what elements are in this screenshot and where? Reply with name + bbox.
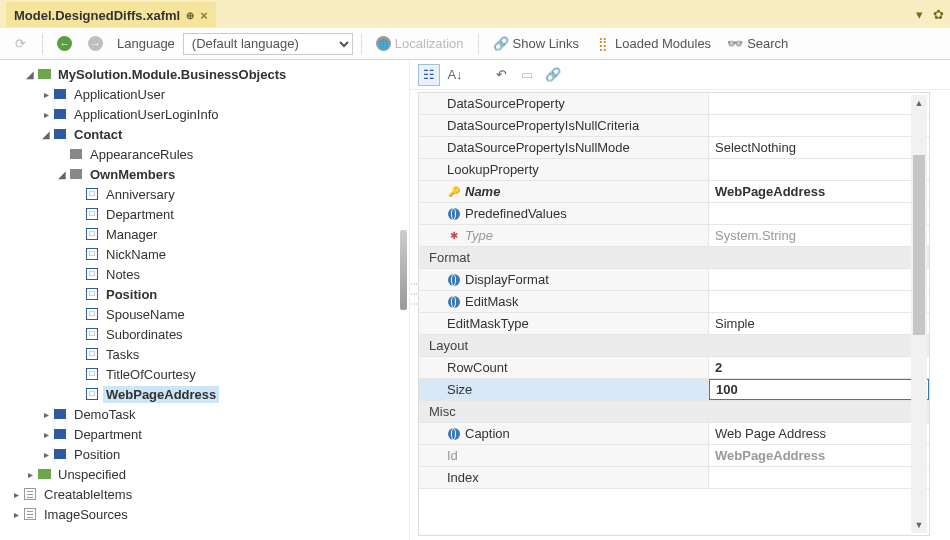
property-panel: ☷ A↓ ↶ ▭ 🔗 ⋮⋮⋮ DataSourceProperty DataSo… [410,60,950,540]
tab-filename: Model.DesignedDiffs.xafml [14,8,180,23]
member-icon: □ [84,267,100,281]
prop-name: DataSourceProperty [447,96,565,111]
close-icon[interactable]: × [200,8,208,23]
list-icon [22,487,38,501]
property-row[interactable]: EditMaskType Simple [419,313,929,335]
prop-value[interactable]: Simple [715,316,755,331]
prop-value[interactable]: System.String [715,228,796,243]
property-grid[interactable]: DataSourceProperty DataSourcePropertyIsN… [418,92,930,536]
property-row[interactable]: 🔑Name WebPageAddress [419,181,929,203]
prop-name: PredefinedValues [465,206,567,221]
globe-icon [447,273,461,287]
cube-icon [68,147,84,161]
search-button[interactable]: 👓Search [721,33,794,55]
member-icon: □ [84,387,100,401]
prop-name: EditMaskType [447,316,529,331]
prop-value[interactable]: 100 [716,382,738,397]
property-row[interactable]: Id WebPageAddress [419,445,929,467]
folder-icon [36,467,52,481]
prop-value[interactable]: WebPageAddress [715,184,825,199]
globe-icon [447,295,461,309]
prop-name: Index [447,470,479,485]
categorized-button[interactable]: ☷ [418,64,440,86]
property-row[interactable]: Size 100 [419,379,929,401]
category-label: Layout [429,338,468,353]
binoculars-icon: 👓 [727,36,743,52]
globe-icon [447,427,461,441]
undo-button[interactable]: ↶ [490,64,512,86]
prop-name: Id [447,448,458,463]
paste-button[interactable]: ▭ [516,64,538,86]
category-row[interactable]: Format▲ [419,247,929,269]
member-icon: □ [84,307,100,321]
member-icon: □ [84,347,100,361]
alphabetical-button[interactable]: A↓ [444,64,466,86]
prop-name: DisplayFormat [465,272,549,287]
member-icon: □ [84,227,100,241]
link-button[interactable]: 🔗 [542,64,564,86]
globe-icon [447,207,461,221]
member-icon: □ [84,327,100,341]
prop-name: Type [465,228,493,243]
localization-button[interactable]: 🌐Localization [370,33,470,54]
grid-scrollbar[interactable]: ▲ ▼ [911,95,927,533]
property-row[interactable]: EditMask [419,291,929,313]
category-label: Misc [429,404,456,419]
member-icon: □ [84,247,100,261]
prop-value[interactable]: SelectNothing [715,140,796,155]
titlebar: Model.DesignedDiffs.xafml ⊕ × ▾ ✿ [0,0,950,28]
prop-name: RowCount [447,360,508,375]
prop-value[interactable]: Web Page Address [715,426,826,441]
folder-icon [36,67,52,81]
property-row[interactable]: Caption Web Page Address [419,423,929,445]
category-row[interactable]: Misc▲ [419,401,929,423]
cube-icon [52,127,68,141]
forward-button[interactable]: → [82,33,109,54]
member-icon: □ [84,367,100,381]
prop-value[interactable]: 2 [715,360,722,375]
scroll-up-icon[interactable]: ▲ [911,95,927,111]
main-toolbar: ⟳ ← → Language (Default language) 🌐Local… [0,28,950,60]
language-select[interactable]: (Default language) [183,33,353,55]
show-links-button[interactable]: 🔗Show Links [487,33,585,55]
scroll-thumb[interactable] [913,155,925,335]
property-row[interactable]: DisplayFormat [419,269,929,291]
prop-name: DataSourcePropertyIsNullMode [447,140,630,155]
loaded-modules-button[interactable]: ⣿Loaded Modules [589,33,717,55]
back-button[interactable]: ← [51,33,78,54]
property-row[interactable]: LookupProperty [419,159,929,181]
member-icon: □ [84,187,100,201]
property-row[interactable]: DataSourcePropertyIsNullMode SelectNothi… [419,137,929,159]
property-row[interactable]: ✱Type System.String [419,225,929,247]
prop-name: DataSourcePropertyIsNullCriteria [447,118,639,133]
cube-icon [52,407,68,421]
property-row[interactable]: DataSourcePropertyIsNullCriteria [419,115,929,137]
window-settings-icon[interactable]: ✿ [933,7,944,22]
property-row[interactable]: PredefinedValues [419,203,929,225]
cube-icon [52,427,68,441]
property-row[interactable]: RowCount 2 [419,357,929,379]
document-tab[interactable]: Model.DesignedDiffs.xafml ⊕ × [6,2,216,27]
cube-icon [52,447,68,461]
language-label: Language [113,36,179,51]
prop-name: EditMask [465,294,518,309]
model-tree[interactable]: ◢MySolution.Module.BusinessObjects ▸Appl… [0,60,410,540]
cube-icon [52,87,68,101]
member-icon: □ [84,207,100,221]
prop-name: Caption [465,426,510,441]
property-row[interactable]: DataSourceProperty [419,93,929,115]
cube-icon [52,107,68,121]
scroll-down-icon[interactable]: ▼ [911,517,927,533]
cube-icon [68,167,84,181]
prop-name: Size [447,382,472,397]
refresh-button[interactable]: ⟳ [6,33,34,55]
tree-scrollbar-thumb[interactable] [400,230,407,310]
member-icon: □ [84,287,100,301]
property-row[interactable]: Index [419,467,929,489]
prop-value[interactable]: WebPageAddress [715,448,825,463]
window-menu-icon[interactable]: ▾ [916,7,923,22]
key-icon: 🔑 [447,185,461,199]
category-row[interactable]: Layout▲ [419,335,929,357]
pin-icon[interactable]: ⊕ [186,10,194,21]
asterisk-icon: ✱ [447,229,461,243]
